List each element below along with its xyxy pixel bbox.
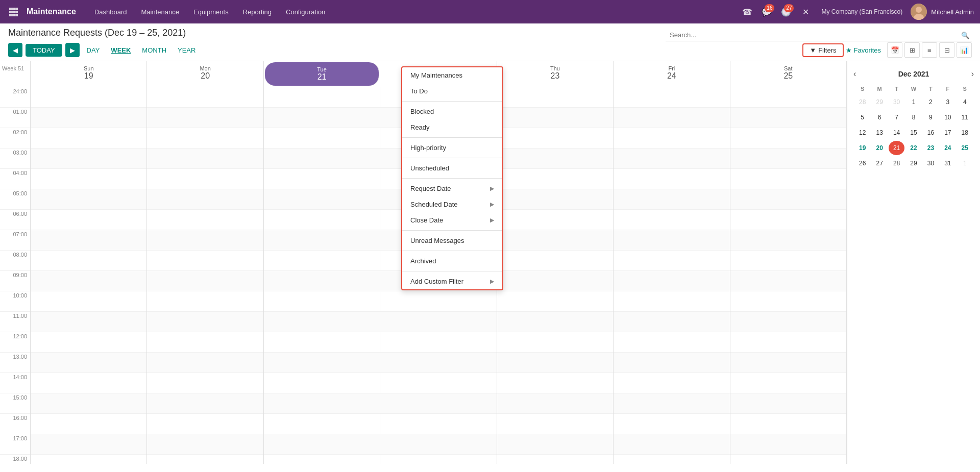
mini-cal-day[interactable]: 15 — [905, 126, 921, 140]
mini-cal-day[interactable]: 9 — [923, 110, 939, 125]
filter-to-do[interactable]: To Do — [402, 83, 502, 99]
day-header-tue21[interactable]: Tue 21 — [265, 62, 379, 86]
mini-cal-day[interactable]: 1 — [957, 156, 973, 170]
view-year-button[interactable]: YEAR — [174, 44, 200, 56]
filter-unscheduled[interactable]: Unscheduled — [402, 160, 502, 176]
filter-request-date[interactable]: Request Date ▶ — [402, 181, 502, 196]
day-header-mon20[interactable]: Mon 20 — [147, 61, 263, 87]
view-month-button[interactable]: MONTH — [138, 44, 170, 56]
close-icon[interactable]: ✕ — [798, 4, 813, 19]
filter-blocked[interactable]: Blocked — [402, 104, 502, 119]
mini-cal-day[interactable]: 30 — [923, 156, 939, 170]
view-day-button[interactable]: DAY — [83, 44, 104, 56]
filters-label: Filters — [818, 46, 836, 54]
avatar[interactable] — [911, 4, 927, 20]
nav-maintenance[interactable]: Maintenance — [135, 5, 185, 19]
mini-cal-day[interactable]: 18 — [957, 126, 973, 140]
grid-menu-icon[interactable] — [6, 5, 20, 19]
mini-cal-day[interactable]: 19 — [854, 141, 870, 155]
mini-cal-day[interactable]: 29 — [871, 95, 887, 109]
filters-button[interactable]: ▼ Filters — [802, 43, 843, 57]
day-header-fri24[interactable]: Fri 24 — [614, 61, 730, 87]
mini-cal-day[interactable]: 29 — [905, 156, 921, 170]
filter-scheduled-date[interactable]: Scheduled Date ▶ — [402, 196, 502, 212]
view-week-button[interactable]: WEEK — [107, 44, 135, 56]
mini-cal-day[interactable]: 25 — [957, 141, 973, 155]
mini-cal-day[interactable]: 10 — [940, 110, 955, 125]
mini-cal-day[interactable]: 28 — [854, 95, 870, 109]
search-button[interactable]: 🔍 — [961, 31, 970, 39]
mini-cal-day[interactable]: 6 — [871, 110, 887, 125]
filter-archived[interactable]: Archived — [402, 253, 502, 269]
filter-my-maintenances[interactable]: My Maintenances — [402, 67, 502, 83]
divider-5 — [402, 230, 502, 231]
divider-2 — [402, 137, 502, 138]
mini-cal-day[interactable]: 23 — [923, 141, 939, 155]
filter-high-priority[interactable]: High-priority — [402, 140, 502, 156]
filter-add-custom[interactable]: Add Custom Filter ▶ — [402, 274, 502, 289]
day-header-sat25[interactable]: Sat 25 — [730, 61, 847, 87]
day-header-thu23[interactable]: Thu 23 — [497, 61, 614, 87]
mini-cal-day[interactable]: 16 — [923, 126, 939, 140]
mini-cal-prev[interactable]: ‹ — [853, 69, 856, 79]
mini-cal-day[interactable]: 27 — [871, 156, 887, 170]
mini-cal-day[interactable]: 30 — [889, 95, 904, 109]
mini-cal-day[interactable]: 14 — [889, 126, 904, 140]
filter-ready[interactable]: Ready — [402, 119, 502, 135]
day-header-sun19[interactable]: Sun 19 — [31, 61, 147, 87]
nav-configuration[interactable]: Configuration — [280, 5, 331, 19]
favorites-label: Favorites — [854, 46, 881, 54]
activities-icon[interactable]: 🕐 27 — [778, 4, 794, 19]
mini-cal-day[interactable]: 5 — [854, 110, 870, 125]
divider-3 — [402, 158, 502, 158]
filter-close-date[interactable]: Close Date ▶ — [402, 212, 502, 228]
mini-cal-day[interactable]: 17 — [940, 126, 955, 140]
mini-cal-grid: S M T W T F S 28293012345678910111213141… — [853, 83, 974, 171]
mini-cal-day[interactable]: 31 — [940, 156, 955, 170]
mini-cal-day[interactable]: 20 — [871, 141, 887, 155]
list-view-button[interactable]: ≡ — [922, 42, 937, 58]
cell[interactable] — [31, 87, 146, 108]
mini-cal-day[interactable]: 22 — [905, 141, 921, 155]
mini-cal-day[interactable]: 4 — [957, 95, 973, 109]
search-input[interactable] — [666, 29, 972, 41]
nav-prev-button[interactable]: ◀ — [8, 43, 22, 57]
kanban-view-button[interactable]: ⊞ — [904, 42, 920, 58]
week-label: Week 51 — [0, 61, 30, 76]
mini-cal-tbody: 2829301234567891011121314151617181920212… — [854, 95, 973, 170]
filter-dropdown: My Maintenances To Do Blocked Ready High… — [401, 66, 503, 290]
col-sun — [31, 87, 147, 464]
app-name: Maintenance — [27, 7, 76, 16]
mini-cal-day[interactable]: 8 — [905, 110, 921, 125]
filter-unread-messages[interactable]: Unread Messages — [402, 233, 502, 249]
mini-cal-day[interactable]: 12 — [854, 126, 870, 140]
mini-cal-next[interactable]: › — [971, 69, 974, 79]
mini-cal-day[interactable]: 2 — [923, 95, 939, 109]
mini-cal-day[interactable]: 13 — [871, 126, 887, 140]
mini-cal-day[interactable]: 28 — [889, 156, 904, 170]
mini-cal-day[interactable]: 1 — [905, 95, 921, 109]
nav-equipments[interactable]: Equipments — [187, 5, 235, 19]
svg-rect-2 — [15, 8, 18, 10]
phone-icon[interactable]: ☎ — [740, 4, 755, 19]
nav-reporting[interactable]: Reporting — [237, 5, 278, 19]
mini-cal-day[interactable]: 26 — [854, 156, 870, 170]
calendar-view-button[interactable]: 📅 — [887, 42, 902, 58]
table-view-button[interactable]: ⊟ — [939, 42, 954, 58]
time-1000: 10:00 — [0, 291, 30, 312]
messages-icon[interactable]: 💬 16 — [759, 4, 774, 19]
mini-cal-title: Dec 2021 — [898, 70, 929, 78]
today-button[interactable]: TODAY — [26, 44, 62, 57]
arrow-icon: ▶ — [490, 217, 494, 223]
chart-view-button[interactable]: 📊 — [957, 42, 972, 58]
nav-dashboard[interactable]: Dashboard — [88, 5, 133, 19]
nav-next-button[interactable]: ▶ — [65, 43, 80, 57]
favorites-button[interactable]: ★ Favorites — [846, 46, 881, 54]
mini-cal-day[interactable]: 11 — [957, 110, 973, 125]
page-title: Maintenance Requests (Dec 19 – 25, 2021) — [8, 28, 186, 38]
mini-cal-day[interactable]: 24 — [940, 141, 955, 155]
mini-cal-day[interactable]: 3 — [940, 95, 955, 109]
mini-cal-th-w: W — [905, 84, 921, 94]
mini-cal-day[interactable]: 7 — [889, 110, 904, 125]
mini-cal-day[interactable]: 21 — [889, 141, 904, 155]
